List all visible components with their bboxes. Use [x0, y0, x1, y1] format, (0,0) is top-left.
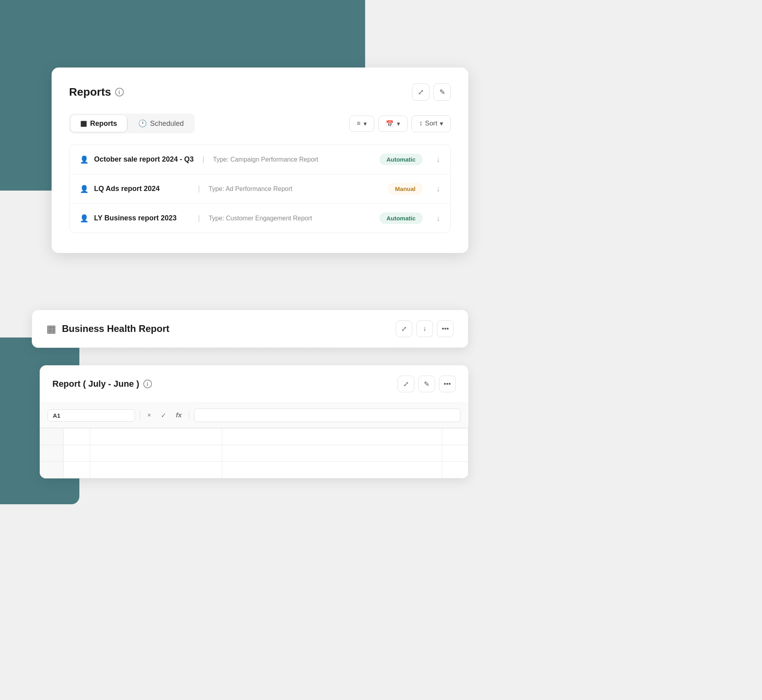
fx-btn[interactable]: fx — [173, 410, 184, 421]
separator-3: | — [198, 214, 200, 222]
card-header-actions: ⤢ ✎ — [412, 83, 451, 101]
tabs-container: ▦ Reports 🕐 Scheduled — [69, 114, 195, 133]
badge-3: Automatic — [379, 212, 423, 224]
confirm-formula-btn[interactable]: ✓ — [158, 410, 169, 421]
report-july-edit-btn[interactable]: ✎ — [418, 376, 435, 392]
grid-row-2 — [40, 445, 468, 462]
report-type-3: Type: Customer Engagement Report — [209, 215, 374, 222]
reports-title: Reports — [69, 86, 111, 98]
edit-button[interactable]: ✎ — [433, 83, 451, 101]
formula-bar-input[interactable] — [194, 409, 460, 422]
report-item-3: 👤 LY Business report 2023 | Type: Custom… — [69, 204, 450, 233]
reports-info-icon[interactable]: ℹ — [115, 88, 124, 96]
health-download-btn[interactable]: ↓ — [416, 320, 433, 337]
health-actions: ⤢ ↓ ••• — [396, 320, 454, 337]
expand-button[interactable]: ⤢ — [412, 83, 429, 101]
health-dots-icon: ••• — [442, 325, 449, 333]
filter-area: ≡ ▾ 📅 ▾ ↕ Sort ▾ — [349, 115, 451, 132]
report-july-info-icon[interactable]: ℹ — [143, 380, 152, 388]
tab-scheduled-icon: 🕐 — [138, 119, 147, 128]
grid-cell-3-4[interactable] — [442, 462, 468, 478]
tab-divider — [127, 118, 128, 129]
report-july-title: Report ( July - June ) — [52, 379, 139, 389]
filter-icon: ≡ — [357, 120, 360, 127]
report-july-header: Report ( July - June ) ℹ ⤢ ✎ ••• — [40, 365, 468, 403]
toolbar-sep-2 — [189, 410, 189, 420]
grid-cell-1-3[interactable] — [222, 428, 442, 445]
grid-cell-1-4[interactable] — [442, 428, 468, 445]
grid-cell-2-2[interactable] — [90, 445, 222, 462]
report-name-3: LY Business report 2023 — [94, 214, 189, 222]
grid-cell-3-2[interactable] — [90, 462, 222, 478]
download-btn-2[interactable]: ↓ — [436, 184, 440, 193]
health-chart-icon: ▦ — [46, 323, 56, 335]
tab-scheduled-label: Scheduled — [150, 120, 184, 128]
report-user-icon-1: 👤 — [80, 155, 89, 164]
grid-cell-2-4[interactable] — [442, 445, 468, 462]
report-july-expand-btn[interactable]: ⤢ — [398, 376, 414, 392]
tab-scheduled[interactable]: 🕐 Scheduled — [129, 115, 193, 132]
grid-row-3 — [40, 462, 468, 478]
cancel-formula-btn[interactable]: × — [145, 410, 154, 421]
grid-cell-1-1[interactable] — [64, 428, 90, 445]
grid-cell-2-3[interactable] — [222, 445, 442, 462]
sort-icon: ↕ — [419, 120, 423, 127]
download-btn-3[interactable]: ↓ — [436, 214, 440, 223]
row-header-2 — [40, 445, 64, 462]
row-header-3 — [40, 462, 64, 478]
tabs-row: ▦ Reports 🕐 Scheduled ≡ ▾ 📅 ▾ ↕ Sort ▾ — [69, 114, 451, 133]
grid-row-1 — [40, 428, 468, 445]
calendar-chevron: ▾ — [397, 120, 400, 127]
separator-2: | — [198, 185, 200, 193]
health-expand-btn[interactable]: ⤢ — [396, 320, 412, 337]
sort-chevron: ▾ — [440, 120, 443, 128]
report-list: 👤 October sale report 2024 - Q3 | Type: … — [69, 145, 451, 233]
filter-button[interactable]: ≡ ▾ — [349, 116, 374, 132]
calendar-filter-button[interactable]: 📅 ▾ — [378, 116, 408, 132]
health-dots-btn[interactable]: ••• — [437, 320, 454, 337]
sort-label: Sort — [425, 120, 437, 127]
health-title-area: ▦ Business Health Report — [46, 323, 169, 335]
grid-cell-3-3[interactable] — [222, 462, 442, 478]
card-header: Reports ℹ ⤢ ✎ — [69, 83, 451, 101]
filter-chevron: ▾ — [364, 120, 367, 127]
badge-2: Manual — [388, 183, 423, 195]
report-name-1: October sale report 2024 - Q3 — [94, 155, 194, 164]
grid-cell-3-1[interactable] — [64, 462, 90, 478]
tab-reports-icon: ▦ — [80, 119, 87, 128]
report-july-card: Report ( July - June ) ℹ ⤢ ✎ ••• × ✓ fx — [40, 365, 468, 478]
health-card: ▦ Business Health Report ⤢ ↓ ••• — [32, 310, 468, 348]
report-july-actions: ⤢ ✎ ••• — [398, 376, 456, 392]
reports-card: Reports ℹ ⤢ ✎ ▦ Reports 🕐 Scheduled ≡ ▾ — [52, 67, 468, 253]
separator-1: | — [202, 155, 204, 164]
report-user-icon-3: 👤 — [80, 214, 89, 223]
report-item-2: 👤 LQ Ads report 2024 | Type: Ad Performa… — [69, 174, 450, 204]
report-name-2: LQ Ads report 2024 — [94, 185, 189, 193]
grid-cell-2-1[interactable] — [64, 445, 90, 462]
download-btn-1[interactable]: ↓ — [436, 155, 440, 164]
report-july-title-area: Report ( July - June ) ℹ — [52, 379, 152, 389]
spreadsheet-toolbar: × ✓ fx — [40, 403, 468, 428]
tab-reports-label: Reports — [90, 120, 117, 128]
report-user-icon-2: 👤 — [80, 185, 89, 193]
badge-1: Automatic — [379, 154, 423, 165]
tab-reports[interactable]: ▦ Reports — [71, 115, 127, 132]
toolbar-sep-1 — [140, 410, 140, 420]
row-header-1 — [40, 428, 64, 445]
report-type-1: Type: Campaign Performance Report — [213, 156, 374, 163]
report-july-dots-btn[interactable]: ••• — [439, 376, 456, 392]
spreadsheet-grid — [40, 428, 468, 478]
report-item-1: 👤 October sale report 2024 - Q3 | Type: … — [69, 145, 450, 174]
card-title-area: Reports ℹ — [69, 86, 124, 98]
cell-reference-input[interactable] — [48, 409, 135, 422]
report-type-2: Type: Ad Performance Report — [209, 185, 383, 193]
grid-cell-1-2[interactable] — [90, 428, 222, 445]
calendar-icon: 📅 — [386, 120, 394, 127]
report-july-dots-icon: ••• — [444, 380, 451, 388]
health-title: Business Health Report — [62, 323, 169, 334]
sort-button[interactable]: ↕ Sort ▾ — [412, 115, 451, 132]
